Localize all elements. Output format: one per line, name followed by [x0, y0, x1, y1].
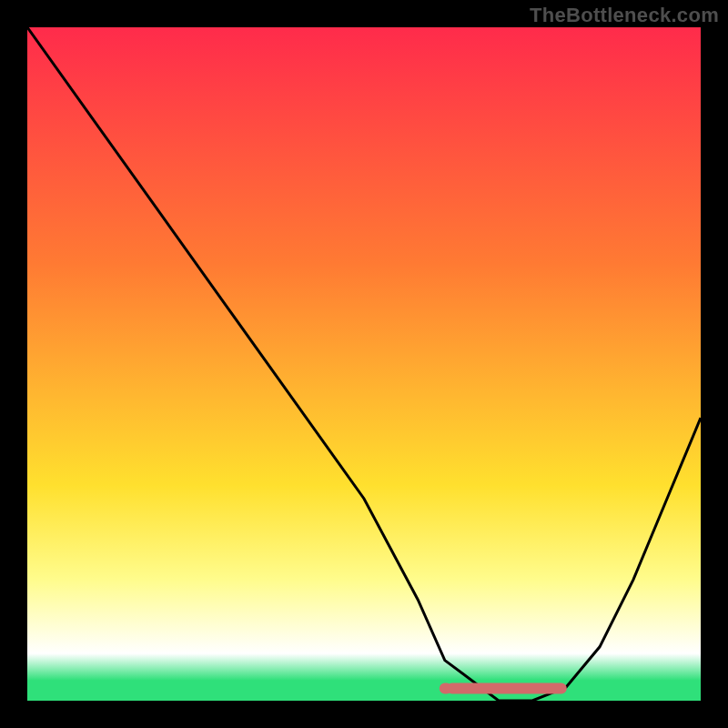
bottleneck-chart — [27, 27, 701, 701]
attribution-text: TheBottleneck.com — [530, 4, 719, 27]
chart-frame — [27, 27, 701, 701]
gradient-background — [27, 27, 701, 701]
